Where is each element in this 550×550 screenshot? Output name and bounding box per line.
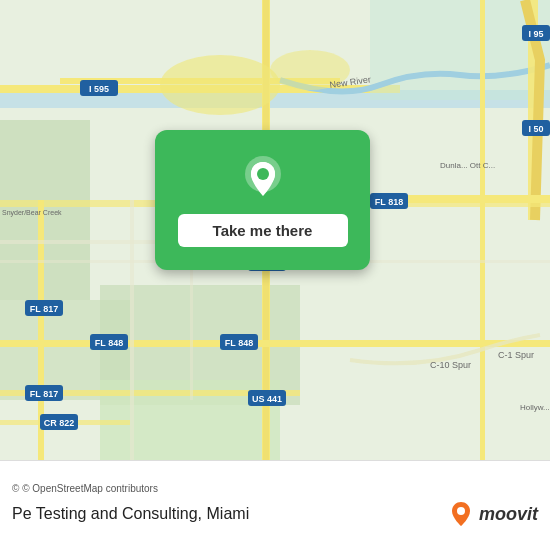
- svg-text:FL 848: FL 848: [95, 338, 123, 348]
- svg-text:C-1 Spur: C-1 Spur: [498, 350, 534, 360]
- location-pin-icon: [238, 154, 288, 204]
- svg-point-23: [160, 55, 280, 115]
- business-city: Miami: [207, 505, 250, 522]
- moovit-label: moovit: [479, 504, 538, 525]
- svg-text:FL 817: FL 817: [30, 304, 58, 314]
- svg-text:Hollyw...: Hollyw...: [520, 403, 550, 412]
- svg-text:Dunla... Ott C...: Dunla... Ott C...: [440, 161, 495, 170]
- location-card: Take me there: [155, 130, 370, 270]
- map-container: I 595 US 441 US 441 FL 818 FL 848 FL 848…: [0, 0, 550, 460]
- svg-point-56: [257, 168, 269, 180]
- svg-text:US 441: US 441: [252, 394, 282, 404]
- svg-text:FL 817: FL 817: [30, 389, 58, 399]
- moovit-pin-icon: [447, 500, 475, 528]
- attribution-text: © OpenStreetMap contributors: [22, 483, 158, 494]
- svg-text:CR 822: CR 822: [44, 418, 75, 428]
- svg-rect-21: [130, 200, 134, 460]
- svg-rect-14: [0, 340, 550, 347]
- svg-rect-4: [370, 0, 550, 100]
- svg-text:C-10 Spur: C-10 Spur: [430, 360, 471, 370]
- business-row: Pe Testing and Consulting, Miami moovit: [12, 500, 538, 528]
- svg-rect-12: [480, 0, 485, 460]
- business-name: Pe Testing and Consulting,: [12, 505, 202, 522]
- svg-text:Snyder/Bear Creek: Snyder/Bear Creek: [2, 209, 62, 217]
- copyright-symbol: ©: [12, 483, 19, 494]
- svg-text:I 595: I 595: [89, 84, 109, 94]
- svg-text:FL 818: FL 818: [375, 197, 403, 207]
- attribution: © © OpenStreetMap contributors: [12, 483, 538, 494]
- moovit-logo: moovit: [447, 500, 538, 528]
- svg-text:I 95: I 95: [528, 29, 543, 39]
- bottom-bar: © © OpenStreetMap contributors Pe Testin…: [0, 460, 550, 550]
- svg-text:FL 848: FL 848: [225, 338, 253, 348]
- svg-point-57: [457, 507, 465, 515]
- svg-text:I 50: I 50: [528, 124, 543, 134]
- take-me-there-button[interactable]: Take me there: [178, 214, 348, 247]
- business-info: Pe Testing and Consulting, Miami: [12, 505, 249, 523]
